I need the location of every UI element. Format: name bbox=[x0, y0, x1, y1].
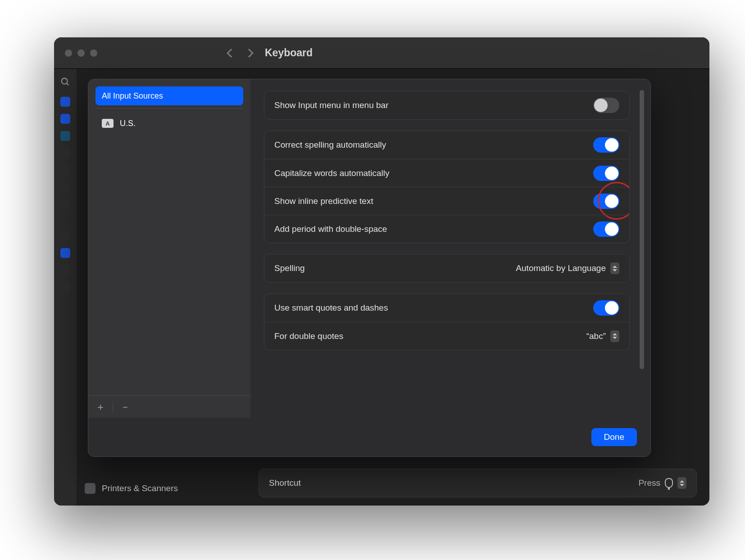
sidebar-item-label: Printers & Scanners bbox=[102, 483, 178, 493]
item-label: U.S. bbox=[120, 119, 136, 128]
scrollbar[interactable] bbox=[640, 90, 644, 369]
toggle-add-period[interactable] bbox=[593, 221, 619, 237]
chevron-updown-icon bbox=[610, 262, 619, 274]
sidebar-item[interactable] bbox=[60, 114, 70, 124]
sheet-main: Show Input menu in menu bar Correct spel… bbox=[250, 79, 650, 418]
toggle-predictive-text[interactable] bbox=[593, 194, 619, 209]
sidebar-item[interactable] bbox=[60, 265, 70, 275]
divider bbox=[95, 108, 243, 108]
row-smart-quotes: Use smart quotes and dashes bbox=[264, 294, 629, 322]
chevron-updown-icon bbox=[610, 330, 619, 342]
shortcut-label: Shortcut bbox=[269, 478, 301, 488]
group-spelling: Spelling Automatic by Language bbox=[264, 254, 630, 283]
sheet-sidebar-footer: ＋ － bbox=[88, 395, 250, 418]
row-show-input-menu: Show Input menu in menu bar bbox=[264, 91, 629, 119]
row-correct-spelling: Correct spelling automatically bbox=[264, 131, 629, 159]
close-window-button[interactable] bbox=[65, 50, 72, 57]
sidebar-item-printers[interactable]: Printers & Scanners bbox=[85, 483, 178, 494]
group-typing: Correct spelling automatically Capitaliz… bbox=[264, 131, 630, 243]
nav-arrows bbox=[228, 50, 252, 56]
row-label: Show inline predictive text bbox=[274, 196, 373, 206]
sidebar-item[interactable] bbox=[60, 182, 70, 192]
row-label: Capitalize words automatically bbox=[274, 168, 390, 178]
sheet-sidebar: All Input Sources A U.S. ＋ － bbox=[88, 79, 250, 418]
traffic-lights bbox=[65, 50, 97, 57]
sidebar-item[interactable] bbox=[60, 282, 70, 292]
input-source-item-us[interactable]: A U.S. bbox=[95, 114, 243, 133]
row-capitalize-words: Capitalize words automatically bbox=[264, 159, 629, 187]
all-input-sources-item[interactable]: All Input Sources bbox=[95, 86, 243, 105]
input-source-list: All Input Sources A U.S. bbox=[88, 79, 250, 395]
input-sources-sheet: All Input Sources A U.S. ＋ － Show Input … bbox=[88, 79, 651, 457]
sidebar-item[interactable] bbox=[60, 131, 70, 141]
row-add-period: Add period with double-space bbox=[264, 215, 629, 243]
printer-icon bbox=[85, 483, 95, 494]
double-quotes-select[interactable]: “abc” bbox=[586, 330, 619, 342]
sidebar-item[interactable] bbox=[60, 148, 70, 158]
stepper-icon[interactable] bbox=[677, 477, 686, 489]
shortcut-value: Press bbox=[638, 477, 686, 489]
titlebar: Keyboard bbox=[54, 37, 709, 69]
toggle-capitalize-words[interactable] bbox=[593, 166, 619, 181]
microphone-icon bbox=[665, 478, 673, 488]
row-label: Spelling bbox=[274, 263, 305, 273]
row-double-quotes[interactable]: For double quotes “abc” bbox=[264, 322, 629, 350]
sheet-body: All Input Sources A U.S. ＋ － Show Input … bbox=[88, 79, 650, 418]
page-title: Keyboard bbox=[265, 47, 313, 59]
group-quotes: Use smart quotes and dashes For double q… bbox=[264, 294, 630, 350]
search-icon[interactable] bbox=[60, 77, 70, 90]
settings-sidebar bbox=[54, 69, 77, 506]
svg-line-1 bbox=[67, 83, 69, 86]
keyboard-layout-icon: A bbox=[102, 119, 114, 128]
remove-source-button[interactable]: － bbox=[120, 400, 130, 414]
minimize-window-button[interactable] bbox=[77, 50, 85, 57]
row-label: Correct spelling automatically bbox=[274, 140, 386, 150]
done-button[interactable]: Done bbox=[591, 428, 637, 446]
sidebar-item[interactable] bbox=[60, 199, 70, 209]
sidebar-item[interactable] bbox=[60, 248, 70, 258]
spelling-select[interactable]: Automatic by Language bbox=[516, 262, 619, 274]
group-menu-bar: Show Input menu in menu bar bbox=[264, 91, 630, 120]
sidebar-item[interactable] bbox=[60, 165, 70, 175]
back-button[interactable] bbox=[227, 49, 236, 58]
svg-point-0 bbox=[62, 78, 68, 84]
toggle-correct-spelling[interactable] bbox=[593, 137, 619, 153]
row-spelling[interactable]: Spelling Automatic by Language bbox=[264, 254, 629, 282]
row-label: Show Input menu in menu bar bbox=[274, 100, 389, 110]
toggle-show-input-menu[interactable] bbox=[593, 98, 619, 113]
settings-scroll[interactable]: Show Input menu in menu bar Correct spel… bbox=[264, 91, 632, 370]
forward-button[interactable] bbox=[245, 49, 254, 58]
zoom-window-button[interactable] bbox=[90, 50, 97, 57]
row-predictive-text: Show inline predictive text bbox=[264, 187, 629, 215]
row-label: Add period with double-space bbox=[274, 224, 387, 234]
shortcut-row[interactable]: Shortcut Press bbox=[259, 469, 697, 497]
toggle-smart-quotes[interactable] bbox=[593, 300, 619, 316]
row-label: For double quotes bbox=[274, 331, 343, 341]
divider bbox=[113, 402, 113, 412]
item-label: All Input Sources bbox=[102, 91, 163, 101]
sidebar-item[interactable] bbox=[60, 97, 70, 107]
row-label: Use smart quotes and dashes bbox=[274, 303, 388, 313]
sheet-footer: Done bbox=[88, 418, 650, 456]
add-source-button[interactable]: ＋ bbox=[95, 400, 105, 414]
sidebar-item[interactable] bbox=[60, 231, 70, 241]
